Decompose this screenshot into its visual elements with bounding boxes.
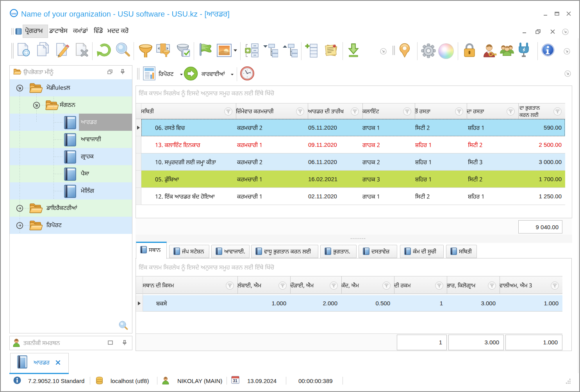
svg-text:usu: usu — [11, 12, 17, 15]
svg-text:31: 31 — [233, 378, 237, 383]
